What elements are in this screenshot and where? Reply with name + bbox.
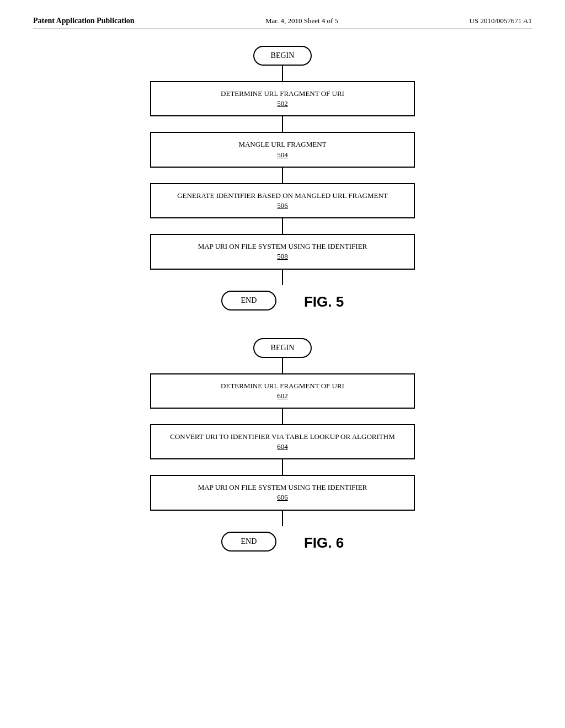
fig6-step-606: MAP URI ON FILE SYSTEM USING THE IDENTIF…	[150, 475, 415, 510]
fig5-begin-node: BEGIN	[253, 46, 312, 66]
fig6-end-row: END FIG. 6	[33, 532, 532, 552]
publication-date-sheet: Mar. 4, 2010 Sheet 4 of 5	[265, 17, 338, 25]
connector	[282, 270, 283, 285]
fig6-end-node: END	[221, 532, 276, 552]
publication-title: Patent Application Publication	[33, 17, 135, 25]
connector	[282, 459, 283, 475]
fig5-flowchart: BEGIN DETERMINE URL FRAGMENT OF URI 502 …	[33, 46, 532, 311]
patent-number: US 2010/0057671 A1	[470, 17, 532, 25]
fig6-step-604: CONVERT URI TO IDENTIFIER VIA TABLE LOOK…	[150, 424, 415, 459]
fig5-step-502: DETERMINE URL FRAGMENT OF URI 502	[150, 81, 415, 116]
connector	[282, 218, 283, 234]
fig5-step-504: MANGLE URL FRAGMENT 504	[150, 132, 415, 167]
fig6-label: FIG. 6	[304, 534, 344, 552]
page: Patent Application Publication Mar. 4, 2…	[0, 0, 565, 728]
fig6-begin-node: BEGIN	[253, 338, 312, 358]
fig5-step-508: MAP URI ON FILE SYSTEM USING THE IDENTIF…	[150, 234, 415, 269]
fig5-label: FIG. 5	[304, 293, 344, 311]
diagrams-container: BEGIN DETERMINE URL FRAGMENT OF URI 502 …	[33, 46, 532, 557]
fig5-end-row: END FIG. 5	[33, 291, 532, 311]
connector	[282, 511, 283, 526]
connector	[282, 409, 283, 424]
connector	[282, 168, 283, 183]
page-header: Patent Application Publication Mar. 4, 2…	[33, 17, 532, 29]
connector	[282, 116, 283, 132]
fig6-step-602: DETERMINE URL FRAGMENT OF URI 602	[150, 373, 415, 409]
connector	[282, 66, 283, 81]
connector	[282, 358, 283, 373]
fig6-flowchart: BEGIN DETERMINE URL FRAGMENT OF URI 602 …	[33, 338, 532, 552]
fig5-step-506: GENERATE IDENTIFIER BASED ON MANGLED URL…	[150, 183, 415, 218]
fig5-end-node: END	[221, 291, 276, 311]
